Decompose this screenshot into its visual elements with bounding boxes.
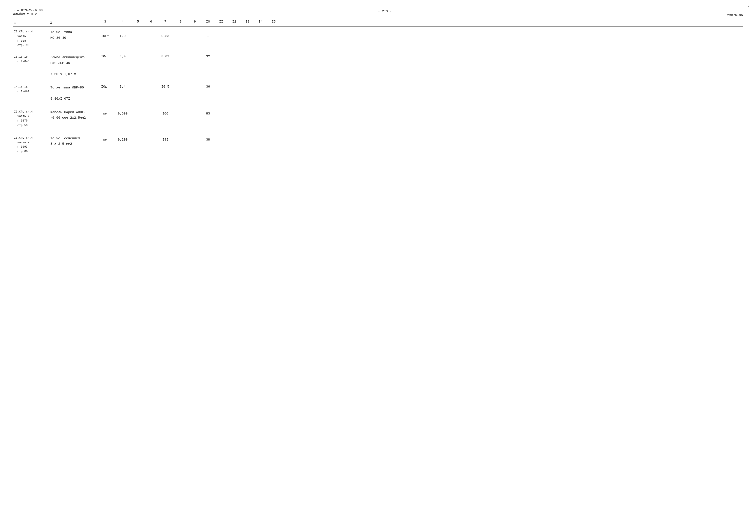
row2-col3: IОшт (96, 55, 114, 59)
row4-col7: I66 (158, 110, 173, 116)
col-header-1: I (13, 20, 48, 25)
page-header: т.п 8I3-2-49.88 альбом У ч.2 - 2I9 - 230… (13, 9, 743, 17)
row5-col7: I9I (158, 136, 173, 142)
col-header-14: I4 (254, 20, 267, 25)
row1-col4: I,0 (114, 30, 131, 38)
row1-col2: То же, типаМО-36-40 (48, 30, 96, 41)
row1-col7: 0,83 (158, 30, 173, 38)
separator (13, 19, 743, 19)
row4-col4: 0,500 (114, 110, 131, 116)
row3-col2: То же,типа ЛБР-809,80хI,07I = (48, 85, 96, 102)
header-line2: альбом У ч.2 (13, 13, 43, 16)
row3-col1: I4.I5-I5 п.I-063 (13, 85, 48, 94)
col-header-4: 4 (114, 20, 131, 25)
col-header-10: IO (202, 20, 215, 25)
row4-col10: 83 (202, 110, 215, 116)
header-center: - 2I9 - (378, 10, 392, 13)
row5-col4: 0,200 (114, 136, 131, 142)
table-body: I2.СРЦ гл.4 часть п.308 стр.I93 То же, т… (13, 30, 743, 154)
col-header-12: I2 (228, 20, 241, 25)
table-row: I3.I5-I5 п.I-046 Лампа люминисцент-ная Л… (13, 55, 743, 77)
row3-col10: 36 (202, 85, 215, 89)
row3-col4: 3,4 (114, 85, 131, 89)
page-number: - 2I9 - (378, 10, 392, 13)
row2-col4: 4,0 (114, 55, 131, 59)
table-row: I4.I5-I5 п.I-063 То же,типа ЛБР-809,80хI… (13, 85, 743, 102)
header-right: 23076-06 (727, 13, 743, 17)
col-header-13: I3 (241, 20, 254, 25)
col-header-6: 6 (145, 20, 158, 25)
row5-col3: км (96, 136, 114, 142)
header-line1: т.п 8I3-2-49.88 (13, 9, 43, 13)
col-header-9: 9 (188, 20, 202, 25)
doc-number: 23076-06 (727, 13, 743, 17)
row3-col7: I0,5 (158, 85, 173, 89)
row4-col3: км (96, 110, 114, 116)
header-left: т.п 8I3-2-49.88 альбом У ч.2 (13, 9, 43, 16)
col-header-15: I5 (267, 20, 280, 25)
row2-col2: Лампа люминисцент-ная ЛБР-407,50 х I,07I… (48, 55, 96, 77)
col-header-5: 5 (131, 20, 145, 25)
row4-col1: I5.СРЦ гл.4 часть У п.I075 стр.59 (13, 110, 48, 128)
table-row: I5.СРЦ гл.4 часть У п.I075 стр.59 Кабель… (13, 110, 743, 128)
row2-col10: 32 (202, 55, 215, 59)
col-header-2: 2 (48, 20, 96, 25)
column-headers-row: I 2 3 4 5 6 7 8 9 IO II I2 I3 I4 I5 (13, 20, 743, 26)
row3-col3: IОшт (96, 85, 114, 89)
col-header-8: 8 (173, 20, 188, 25)
col-header-7: 7 (158, 20, 173, 25)
row1-col10: I (202, 30, 215, 38)
col-header-11: II (215, 20, 228, 25)
decorative-dot: · (747, 4, 749, 9)
row5-col10: 38 (202, 136, 215, 142)
row5-col2: То же, сечением3 х 2,5 мм2 (48, 136, 96, 147)
row2-col1: I3.I5-I5 п.I-046 (13, 55, 48, 64)
col-header-3: 3 (96, 20, 114, 25)
row4-col2: Кабель марки АВВГ--0,66 сеч.2х2,5мм2 (48, 110, 96, 121)
row2-col7: 8,03 (158, 55, 173, 59)
table-row: I2.СРЦ гл.4 часть п.308 стр.I93 То же, т… (13, 30, 743, 48)
row1-col1: I2.СРЦ гл.4 часть п.308 стр.I93 (13, 30, 48, 48)
table-row: I6.СРЦ гл.4 часть У п.I09I стр.60 То же,… (13, 136, 743, 154)
row5-col1: I6.СРЦ гл.4 часть У п.I09I стр.60 (13, 136, 48, 154)
row1-col3: IОшт (96, 30, 114, 38)
